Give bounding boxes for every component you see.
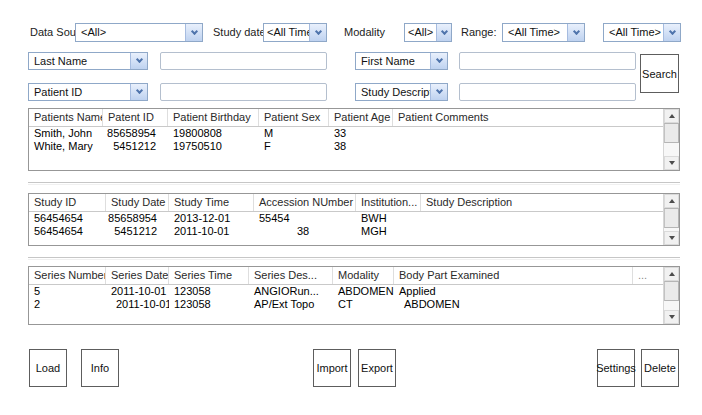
- column-header[interactable]: Institution...: [356, 194, 421, 211]
- first-name-field-label: First Name: [356, 53, 430, 69]
- cell: 2013-12-01: [169, 212, 254, 225]
- study-description-input[interactable]: [459, 83, 636, 101]
- cell: CT: [333, 298, 394, 311]
- chevron-down-icon[interactable]: [430, 53, 447, 69]
- patient-id-input[interactable]: [160, 83, 327, 101]
- column-header[interactable]: Body Part Examined: [394, 267, 633, 284]
- cell: [393, 127, 663, 140]
- column-header[interactable]: Patients Name: [29, 109, 103, 126]
- modality-value: <All>: [405, 24, 436, 41]
- chevron-down-icon[interactable]: [130, 53, 147, 69]
- column-header[interactable]: Study Date: [106, 194, 169, 211]
- cell: 56454654: [29, 225, 106, 238]
- cell: 19800808: [168, 127, 259, 140]
- cell: 123058: [169, 298, 249, 311]
- delete-button[interactable]: Delete: [641, 349, 679, 387]
- patients-table: Patients Name Patent ID Patient Birthday…: [28, 108, 680, 171]
- study-description-field-select[interactable]: Study Description: [355, 83, 448, 101]
- series-table: Series Number Series Date Series Time Se…: [28, 266, 680, 325]
- last-name-field-label: Last Name: [29, 53, 130, 69]
- column-header[interactable]: Modality: [333, 267, 394, 284]
- cell: White, Mary: [29, 140, 103, 153]
- column-header[interactable]: Series Number: [29, 267, 106, 284]
- column-header[interactable]: ...: [633, 267, 663, 284]
- column-header[interactable]: Patient Sex: [259, 109, 329, 126]
- cell: [421, 212, 663, 225]
- column-header[interactable]: Accession NUmber: [254, 194, 356, 211]
- cell: 56454654: [29, 212, 106, 225]
- column-header[interactable]: Study ID: [29, 194, 106, 211]
- patient-id-field-select[interactable]: Patient ID: [28, 83, 148, 101]
- settings-button[interactable]: Settings: [597, 349, 635, 387]
- cell: 2011-10-01: [169, 225, 254, 238]
- column-header[interactable]: Study Description: [421, 194, 663, 211]
- load-button[interactable]: Load: [29, 349, 67, 387]
- export-button[interactable]: Export: [358, 349, 396, 387]
- series-row[interactable]: 2 2011-10-01 123058 AP/Ext Topo CT ABDOM…: [29, 298, 663, 311]
- vertical-scrollbar[interactable]: [663, 194, 679, 245]
- column-header[interactable]: Patient Comments: [393, 109, 663, 126]
- study-date-select[interactable]: <All Time>: [263, 23, 327, 42]
- patient-row[interactable]: Smith, John 85658954 19800808 M 33: [29, 127, 663, 140]
- scroll-down-icon[interactable]: [664, 156, 679, 170]
- chevron-down-icon[interactable]: [130, 84, 147, 100]
- column-header[interactable]: Study Time: [169, 194, 254, 211]
- cell: 38: [329, 140, 393, 153]
- cell: 85658954: [103, 127, 168, 140]
- column-header[interactable]: Patent ID: [103, 109, 168, 126]
- cell: Smith, John: [29, 127, 103, 140]
- column-header[interactable]: Patient Age: [329, 109, 393, 126]
- first-name-input[interactable]: [459, 52, 636, 70]
- scroll-up-icon[interactable]: [664, 109, 679, 123]
- study-row[interactable]: 56454654 5451212 2011-10-01 38 MGH: [29, 225, 663, 238]
- data-source-select[interactable]: <All>: [75, 23, 203, 42]
- import-button[interactable]: Import: [313, 349, 351, 387]
- patient-row[interactable]: White, Mary 5451212 19750510 F 38: [29, 140, 663, 153]
- study-row[interactable]: 56454654 85658954 2013-12-01 55454 BWH: [29, 212, 663, 225]
- study-description-field-label: Study Description: [356, 84, 430, 100]
- scroll-up-icon[interactable]: [664, 267, 679, 281]
- chevron-down-icon[interactable]: [185, 24, 202, 41]
- cell: 123058: [169, 285, 249, 298]
- scroll-down-icon[interactable]: [664, 231, 679, 245]
- range-from-select[interactable]: <All Time>: [502, 23, 585, 42]
- chevron-down-icon[interactable]: [567, 24, 584, 41]
- chevron-down-icon[interactable]: [430, 84, 447, 100]
- cell: 33: [329, 127, 393, 140]
- scroll-down-icon[interactable]: [664, 310, 679, 324]
- modality-label: Modality: [344, 26, 385, 38]
- vertical-scrollbar[interactable]: [663, 267, 679, 324]
- cell: 2: [29, 298, 106, 311]
- scrollbar-thumb[interactable]: [664, 281, 679, 301]
- chevron-down-icon[interactable]: [663, 24, 680, 41]
- chevron-down-icon[interactable]: [309, 24, 326, 41]
- search-button[interactable]: Search: [640, 54, 679, 93]
- column-header[interactable]: Patient Birthday: [168, 109, 259, 126]
- scrollbar-thumb[interactable]: [664, 123, 679, 143]
- study-date-value: <All Time>: [264, 24, 309, 41]
- series-table-header: Series Number Series Date Series Time Se…: [29, 267, 663, 285]
- column-header[interactable]: Series Des...: [249, 267, 333, 284]
- info-button[interactable]: Info: [81, 349, 119, 387]
- last-name-input[interactable]: [160, 52, 327, 70]
- cell: M: [259, 127, 329, 140]
- first-name-field-select[interactable]: First Name: [355, 52, 448, 70]
- cell: ABDOMEN: [333, 285, 394, 298]
- cell: F: [259, 140, 329, 153]
- column-header[interactable]: Series Date: [106, 267, 169, 284]
- column-header[interactable]: Series Time: [169, 267, 249, 284]
- cell: ANGIORun...: [249, 285, 333, 298]
- vertical-scrollbar[interactable]: [663, 109, 679, 170]
- study-date-label: Study date:: [213, 26, 269, 38]
- chevron-down-icon[interactable]: [436, 24, 451, 41]
- range-to-select[interactable]: <All Time>: [603, 23, 681, 42]
- range-to-value: <All Time>: [604, 24, 663, 41]
- modality-select[interactable]: <All>: [404, 23, 452, 42]
- scrollbar-thumb[interactable]: [664, 208, 679, 228]
- series-row[interactable]: 5 2011-10-01 123058 ANGIORun... ABDOMEN …: [29, 285, 663, 298]
- cell: 85658954: [106, 212, 169, 225]
- cell: 2011-10-01: [106, 285, 169, 298]
- last-name-field-select[interactable]: Last Name: [28, 52, 148, 70]
- cell: [633, 298, 663, 311]
- scroll-up-icon[interactable]: [664, 194, 679, 208]
